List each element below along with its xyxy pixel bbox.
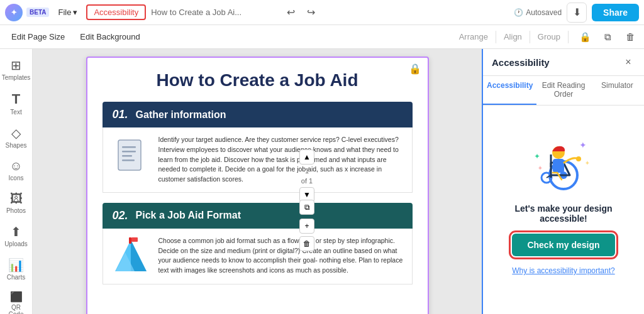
section-2-title: Pick a Job Aid Format bbox=[136, 210, 241, 221]
sidebar-item-icons[interactable]: ☺ Icons bbox=[2, 155, 31, 185]
qrcode-label: QR Code bbox=[4, 304, 28, 314]
scroll-controls: ▲ 1 of 1 ▼ bbox=[299, 149, 314, 202]
svg-text:✦: ✦ bbox=[579, 140, 587, 150]
toolbar2-right: Arrange Align Group 🔒 ⧉ 🗑 bbox=[459, 28, 639, 46]
delete-element-button[interactable]: 🗑 bbox=[299, 236, 314, 251]
file-menu[interactable]: File ▾ bbox=[54, 5, 81, 19]
panel-header: Accessibility × bbox=[483, 49, 644, 76]
autosaved-indicator: 🕐 Autosaved bbox=[514, 8, 562, 17]
accessibility-button[interactable]: Accessibility bbox=[86, 4, 146, 20]
sidebar-item-qrcode[interactable]: ⬛ QR Code bbox=[2, 287, 31, 314]
photos-icon: 🖼 bbox=[10, 192, 23, 206]
svg-rect-8 bbox=[129, 237, 131, 244]
section-1-body: Identify your target audience. Are they … bbox=[103, 127, 413, 193]
page-total: of 1 bbox=[301, 177, 313, 185]
file-chevron: ▾ bbox=[73, 8, 77, 17]
shapes-label: Shapes bbox=[6, 142, 27, 149]
beta-badge: BETA bbox=[26, 8, 49, 17]
lock-toggle-button[interactable]: 🔒 bbox=[576, 28, 594, 46]
copy-tools: ⧉ bbox=[299, 200, 314, 215]
panel-tabs: Accessibility Edit Reading Order Simulat… bbox=[483, 76, 644, 106]
svg-point-18 bbox=[576, 156, 581, 161]
svg-text:✦: ✦ bbox=[534, 152, 540, 161]
svg-rect-2 bbox=[122, 151, 136, 153]
page-title: How to Create a Job Aid bbox=[103, 70, 413, 90]
section-1-number: 01. bbox=[113, 108, 128, 121]
charts-label: Charts bbox=[7, 274, 25, 281]
svg-rect-16 bbox=[553, 159, 564, 173]
section-2: 02. Pick a Job Aid Format Choose a comm bbox=[103, 203, 413, 284]
sidebar-item-photos[interactable]: 🖼 Photos bbox=[2, 188, 31, 218]
svg-text:+: + bbox=[586, 160, 589, 166]
section-1-title: Gather information bbox=[136, 109, 226, 121]
sidebar-item-text[interactable]: T Text bbox=[2, 87, 31, 119]
svg-rect-9 bbox=[131, 237, 138, 242]
svg-text:+: + bbox=[538, 165, 542, 171]
zoom-in-button[interactable]: + bbox=[299, 219, 314, 234]
sidebar-item-templates[interactable]: ⊞ Templates bbox=[2, 54, 31, 85]
templates-label: Templates bbox=[2, 74, 31, 81]
tab-accessibility[interactable]: Accessibility bbox=[483, 76, 536, 105]
side-tools: + 🗑 bbox=[299, 219, 314, 251]
uploads-icon: ⬆ bbox=[11, 224, 21, 239]
share-button[interactable]: Share bbox=[592, 4, 639, 21]
qrcode-icon: ⬛ bbox=[10, 291, 23, 303]
autosaved-label: Autosaved bbox=[526, 8, 562, 17]
toolbar2: Edit Page Size Edit Background Arrange A… bbox=[0, 25, 644, 49]
icons-icon: ☺ bbox=[9, 159, 22, 173]
tab-simulator[interactable]: Simulator bbox=[591, 76, 644, 105]
sidebar-item-shapes[interactable]: ◇ Shapes bbox=[2, 122, 31, 153]
section-2-text: Choose a common job aid format such as a… bbox=[158, 236, 404, 276]
duplicate-button[interactable]: ⧉ bbox=[599, 28, 616, 46]
main-area: ⊞ Templates T Text ◇ Shapes ☺ Icons 🖼 Ph… bbox=[0, 49, 644, 314]
sidebar-item-uploads[interactable]: ⬆ Uploads bbox=[2, 220, 31, 251]
section-1-text: Identify your target audience. Are they … bbox=[158, 135, 404, 185]
icons-label: Icons bbox=[9, 175, 24, 181]
logo-area: ✦ BETA bbox=[5, 4, 49, 21]
section-1: 01. Gather information Identify your ta bbox=[103, 102, 413, 193]
charts-icon: 📊 bbox=[8, 257, 24, 273]
copy-button[interactable]: ⧉ bbox=[299, 200, 314, 215]
left-sidebar: ⊞ Templates T Text ◇ Shapes ☺ Icons 🖼 Ph… bbox=[0, 49, 33, 314]
uploads-label: Uploads bbox=[4, 241, 28, 247]
check-design-button[interactable]: Check my design bbox=[512, 234, 614, 256]
document-title[interactable]: How to Create a Job Ai... bbox=[151, 8, 277, 17]
canvas-area[interactable]: 🔒 How to Create a Job Aid 01. Gather inf… bbox=[33, 49, 482, 314]
sidebar-item-charts[interactable]: 📊 Charts bbox=[2, 254, 31, 284]
edit-background-button[interactable]: Edit Background bbox=[74, 30, 146, 44]
group-label: Group bbox=[538, 32, 560, 41]
text-label: Text bbox=[10, 109, 21, 116]
section-2-icon bbox=[111, 236, 151, 276]
page-lock-icon: 🔒 bbox=[409, 63, 421, 75]
section-2-body: Choose a common job aid format such as a… bbox=[103, 229, 413, 284]
section-2-number: 02. bbox=[113, 209, 128, 222]
undo-redo-group: ↩ ↪ bbox=[282, 4, 319, 21]
app-logo: ✦ bbox=[5, 4, 23, 21]
templates-icon: ⊞ bbox=[11, 58, 21, 73]
panel-close-button[interactable]: × bbox=[621, 55, 635, 69]
why-accessibility-link[interactable]: Why is accessibility important? bbox=[512, 266, 614, 275]
edit-page-size-button[interactable]: Edit Page Size bbox=[5, 30, 71, 44]
redo-button[interactable]: ↪ bbox=[302, 4, 319, 21]
section-1-header: 01. Gather information bbox=[103, 102, 413, 127]
file-label: File bbox=[58, 8, 71, 17]
panel-content: ✦ ✦ + + Let's make your design accessibl… bbox=[483, 106, 644, 314]
undo-button[interactable]: ↩ bbox=[282, 4, 299, 21]
shapes-icon: ◇ bbox=[11, 126, 21, 141]
right-panel: Accessibility × Accessibility Edit Readi… bbox=[482, 49, 644, 314]
promo-text: Let's make your design accessible! bbox=[493, 203, 634, 224]
svg-rect-1 bbox=[122, 146, 136, 148]
delete-button[interactable]: 🗑 bbox=[621, 28, 639, 46]
svg-marker-6 bbox=[131, 240, 147, 271]
tab-edit-reading-order[interactable]: Edit Reading Order bbox=[536, 76, 590, 105]
align-label: Align bbox=[504, 32, 522, 41]
svg-rect-4 bbox=[122, 160, 135, 161]
section-1-icon bbox=[111, 135, 151, 175]
download-button[interactable]: ⬇ bbox=[567, 3, 587, 23]
page-canvas: 🔒 How to Create a Job Aid 01. Gather inf… bbox=[86, 57, 429, 314]
scroll-up-button[interactable]: ▲ bbox=[299, 149, 314, 165]
autosaved-icon: 🕐 bbox=[514, 8, 523, 17]
svg-rect-3 bbox=[122, 155, 132, 157]
topbar: ✦ BETA File ▾ Accessibility How to Creat… bbox=[0, 0, 644, 25]
accessibility-illustration: ✦ ✦ + + bbox=[519, 118, 608, 193]
